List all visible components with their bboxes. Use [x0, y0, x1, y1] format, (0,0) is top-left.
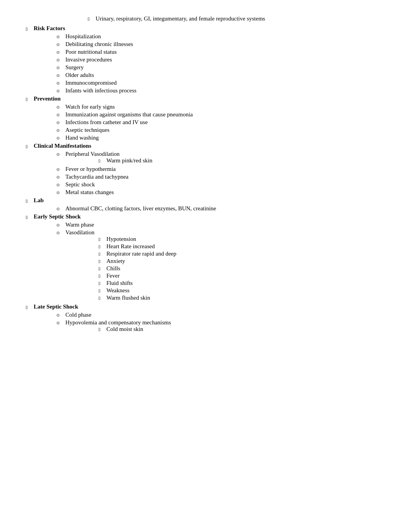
list-item: ▯Cold moist skin [96, 326, 171, 332]
section-header-early-septic-shock: ▯Early Septic Shock [24, 213, 387, 220]
level2-bullet-icon: o [55, 64, 62, 71]
level3-item-text: Respirator rate rapid and deep [106, 251, 176, 257]
section-prevention: ▯PreventionoWatch for early signsoImmuni… [24, 95, 387, 141]
level1-bullet-icon: ▯ [24, 199, 30, 203]
level2-bullet-icon: o [55, 127, 62, 133]
level2-list-early-septic-shock: oWarm phaseoVasodilation▯Hypotension▯Hea… [55, 222, 387, 302]
section-early-septic-shock: ▯Early Septic ShockoWarm phaseoVasodilat… [24, 213, 387, 302]
list-item: ▯Warm flushed skin [96, 295, 176, 301]
level2-item-text: Septic shock [65, 181, 95, 188]
section-header-prevention: ▯Prevention [24, 95, 387, 102]
level2-bullet-icon: o [55, 104, 62, 110]
list-item: oPeripheral Vasodilation▯Warm pink/red s… [55, 151, 387, 165]
level2-item-text: Invasive procedures [65, 56, 112, 63]
level3-item-text: Weakness [106, 287, 130, 294]
top-sub-bullet: ▯ Urinary, respiratory, GI, integumentar… [86, 15, 387, 22]
list-item: oSeptic shock [55, 181, 387, 188]
level2-item-text: Cold phase [65, 312, 91, 318]
level2-item-text: Watch for early signs [65, 104, 115, 110]
level3-item-text: Fever [106, 273, 120, 279]
list-item: oHypovolemia and compensatory mechanisms… [55, 319, 387, 333]
level2-bullet-icon: o [55, 72, 62, 78]
list-item: oInfants with infectious process [55, 87, 387, 94]
level3-bullet-icon: ▯ [96, 274, 103, 278]
level2-bullet-icon: o [55, 319, 62, 326]
level3-bullet-icon: ▯ [96, 159, 103, 163]
level3-item-text: Heart Rate increased [106, 243, 155, 250]
level2-item-text: Hypovolemia and compensatory mechanisms [65, 319, 171, 326]
section-label-risk-factors: Risk Factors [34, 25, 65, 32]
level2-list-clinical-manifestations: oPeripheral Vasodilation▯Warm pink/red s… [55, 151, 387, 196]
level2-bullet-icon: o [55, 49, 62, 55]
level2-bullet-icon: o [55, 166, 62, 172]
section-header-lab: ▯Lab [24, 197, 387, 204]
section-late-septic-shock: ▯Late Septic ShockoCold phaseoHypovolemi… [24, 304, 387, 333]
list-item: oSurgery [55, 64, 387, 71]
level2-list-risk-factors: oHospitalizationoDebilitating chronic il… [55, 33, 387, 94]
level2-item-text: Infants with infectious process [65, 87, 137, 94]
level3-item-text: Cold moist skin [106, 326, 143, 332]
list-item: oImmunocompromised [55, 80, 387, 86]
list-item: oFever or hypothermia [55, 166, 387, 172]
list-item: ▯Heart Rate increased [96, 243, 176, 250]
level3-list: ▯Cold moist skin [96, 326, 171, 332]
list-item: ▯Weakness [96, 287, 176, 294]
level2-bullet-icon: o [55, 205, 62, 212]
document-content: ▯ Urinary, respiratory, GI, integumentar… [24, 15, 387, 333]
level3-bullet-icon: ▯ [96, 252, 103, 256]
level3-item-text: Fluid shifts [106, 280, 133, 286]
level2-bullet-icon: o [55, 111, 62, 118]
level2-list-late-septic-shock: oCold phaseoHypovolemia and compensatory… [55, 312, 387, 333]
level2-item-text: Immunocompromised [65, 80, 116, 86]
level2-item-text: Peripheral Vasodilation [65, 151, 120, 157]
list-item: oTachycardia and tachypnea [55, 174, 387, 180]
level2-item-text: Infections from catheter and IV use [65, 119, 148, 125]
list-item: oImmunization against organisms that cau… [55, 111, 387, 118]
level3-bullet-icon: ▯ [96, 259, 103, 263]
level2-bullet-icon: o [55, 87, 62, 94]
list-item: ▯Fever [96, 273, 176, 279]
list-item: oOlder adults [55, 72, 387, 78]
level1-bullet-icon: ▯ [24, 27, 30, 31]
list-item: oDebilitating chronic illnesses [55, 41, 387, 48]
level2-bullet-icon: o [55, 80, 62, 86]
level2-item-text: Fever or hypothermia [65, 166, 116, 172]
level2-item-text: Abnormal CBC, clotting factors, liver en… [65, 205, 216, 211]
level3-bullet-icon: ▯ [96, 266, 103, 271]
list-item: oWarm phase [55, 222, 387, 228]
level2-bullet-icon: o [55, 119, 62, 126]
level3-bullet-icon: ▯ [96, 327, 103, 331]
section-label-early-septic-shock: Early Septic Shock [34, 213, 81, 220]
level2-item-text: Hand washing [65, 135, 99, 141]
level2-item-text: Metal status changes [65, 189, 114, 195]
list-item: oHand washing [55, 135, 387, 141]
level1-bullet-icon: ▯ [24, 215, 30, 219]
level3-bullet-icon: ▯ [96, 281, 103, 285]
section-label-prevention: Prevention [34, 95, 61, 102]
level1-bullet-icon: ▯ [24, 97, 30, 101]
level2-bullet-icon: o [55, 41, 62, 48]
level3-item-text: Anxiety [106, 258, 125, 264]
list-item: oWatch for early signs [55, 104, 387, 110]
level2-bullet-icon: o [55, 56, 62, 63]
level2-bullet-icon: o [55, 181, 62, 188]
section-risk-factors: ▯Risk FactorsoHospitalizationoDebilitati… [24, 25, 387, 94]
list-item: ▯Hypotension [96, 236, 176, 242]
top-sub-bullet-text: Urinary, respiratory, GI, integumentary,… [96, 15, 265, 22]
level3-bullet-icon: ▯ [96, 244, 103, 249]
level2-item-text: Immunization against organisms that caus… [65, 111, 193, 118]
level3-item-text: Warm flushed skin [106, 295, 150, 301]
list-item: oInvasive procedures [55, 56, 387, 63]
list-item: oCold phase [55, 312, 387, 318]
list-item: oPoor nutritional status [55, 49, 387, 55]
section-header-risk-factors: ▯Risk Factors [24, 25, 387, 32]
level3-bullet-icon: ▯ [96, 296, 103, 300]
level2-bullet-icon: o [55, 33, 62, 40]
level2-bullet-icon: o [55, 312, 62, 318]
list-item: ▯Respirator rate rapid and deep [96, 251, 176, 257]
list-item: ▯Warm pink/red skin [96, 157, 152, 164]
level2-item-text: Aseptic techniques [65, 127, 110, 133]
level3-list: ▯Hypotension▯Heart Rate increased▯Respir… [96, 236, 176, 301]
level2-bullet-icon: o [55, 189, 62, 196]
level2-list-lab: oAbnormal CBC, clotting factors, liver e… [55, 205, 387, 212]
